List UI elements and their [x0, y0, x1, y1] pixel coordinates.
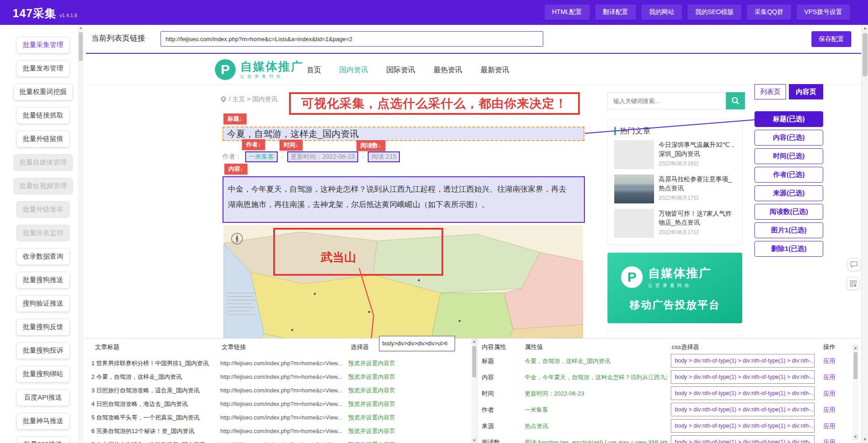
- preview-set-link[interactable]: 预览并设置内容页: [348, 397, 395, 411]
- ad-promo-box[interactable]: P 自媒体推广 让世界看到你 移动广告投放平台: [607, 253, 742, 323]
- sidebar-item[interactable]: 批量搜狗反馈: [16, 319, 70, 335]
- apply-link[interactable]: 应用: [823, 438, 835, 443]
- article-title-picked[interactable]: 今夏，自驾游，这样走_国内资讯: [223, 127, 584, 141]
- article-title-cell: 1 世界男排联赛积分榜！中国男排1_国内资讯: [91, 357, 209, 370]
- preview-set-link[interactable]: 预览并设置内容页: [348, 424, 395, 438]
- sidebar-item[interactable]: 批量采集管理: [16, 37, 70, 53]
- picked-field-button[interactable]: 来源(已选): [754, 185, 823, 201]
- picked-field-button[interactable]: 作者(已选): [754, 167, 823, 183]
- site-search-button[interactable]: [726, 92, 745, 109]
- picked-field-button[interactable]: 内容(已选): [754, 130, 823, 146]
- sidebar-item[interactable]: 批量排名监控: [16, 225, 70, 241]
- scroll-up-icon[interactable]: ▲: [471, 339, 477, 344]
- sidebar-item[interactable]: 批量搜狗绑站: [16, 366, 70, 382]
- picked-field-button[interactable]: 标题(已选): [754, 111, 823, 127]
- sidebar-item[interactable]: 批量神马推送: [16, 413, 70, 429]
- scroll-down-icon[interactable]: ▼: [471, 438, 477, 443]
- save-config-button[interactable]: 保存配置: [811, 31, 851, 47]
- sidebar: 批量采集管理批量发布管理批量权重词挖掘批量链接抓取批量外链留痕批量自媒体管理批量…: [0, 25, 86, 443]
- sidebar-item[interactable]: 批量外链发布: [16, 201, 70, 218]
- table-row: 1 世界男排联赛积分榜！中国男排1_国内资讯http://feijiseo.co…: [86, 357, 470, 370]
- site-nav-item[interactable]: 国际资讯: [386, 66, 415, 75]
- picked-field-button[interactable]: 阅读数(已选): [754, 204, 823, 220]
- site-nav-item[interactable]: 最新资讯: [480, 66, 509, 75]
- top-nav: HTML配置翻译配置我的网站我的SEO模版采集QQ群VPS拨号设置: [545, 5, 850, 20]
- sidebar-item[interactable]: 批量权重词挖掘: [14, 84, 73, 100]
- sidebar-item[interactable]: 收录数据查询: [16, 248, 70, 265]
- site-nav-item[interactable]: 最热资讯: [433, 66, 462, 75]
- site-nav-item[interactable]: 首页: [307, 66, 321, 75]
- scrollbar-thumb[interactable]: [472, 346, 476, 377]
- apply-link[interactable]: 应用: [823, 357, 835, 365]
- topnav-item[interactable]: HTML配置: [545, 5, 590, 20]
- sidebar-item[interactable]: 批量外链留痕: [16, 131, 70, 147]
- topnav-item[interactable]: 采集QQ群: [747, 5, 791, 20]
- col-article-title: 文章标题: [95, 343, 119, 351]
- sidebar-item[interactable]: 批量搜狗推送: [16, 272, 70, 288]
- hot-article-item[interactable]: 高原马拉松参赛注意事项_热点资讯2022年06月17日: [614, 174, 736, 203]
- scrollbar-thumb[interactable]: [863, 33, 868, 76]
- topnav-item[interactable]: VPS拨号设置: [797, 5, 850, 20]
- preview-set-link[interactable]: 预览并设置内容页: [348, 411, 395, 424]
- selector-input[interactable]: [379, 336, 455, 351]
- site-search-input[interactable]: [607, 92, 726, 109]
- sidebar-item[interactable]: 批量360推送: [16, 436, 70, 443]
- scroll-down-icon[interactable]: ▼: [853, 434, 859, 440]
- page-scrollbar[interactable]: ▲ ▼: [861, 25, 868, 443]
- scrollbar-thumb[interactable]: [854, 352, 858, 379]
- sidebar-item[interactable]: 批量自媒体管理: [14, 154, 73, 171]
- sidebar-item[interactable]: 搜狗验证推送: [16, 295, 70, 312]
- attr-table-scrollbar[interactable]: ▲ ▼: [853, 345, 859, 440]
- picked-field-button[interactable]: 图片1(已选): [754, 222, 823, 238]
- preview-set-link[interactable]: 预览并设置内容页: [348, 438, 395, 443]
- sidebar-item[interactable]: 批量链接抓取: [16, 107, 70, 124]
- url-label: 当前列表页链接: [91, 33, 145, 43]
- hot-article-item[interactable]: 今日深圳事气温飙升32℃，深圳_国内资讯2022年06月19日: [614, 140, 736, 169]
- chat-widget-button[interactable]: [848, 258, 860, 271]
- preview-set-link[interactable]: 预览并设置内容页: [348, 357, 395, 370]
- sidebar-item[interactable]: 批量搜狗投诉: [16, 342, 70, 359]
- article-map-image[interactable]: 武当山 神龙架风景区: [223, 225, 583, 338]
- scrollbar-thumb[interactable]: [79, 32, 83, 61]
- topnav-item[interactable]: 我的网站: [641, 5, 682, 20]
- sidebar-scrollbar[interactable]: ▲: [78, 25, 84, 443]
- apply-link[interactable]: 应用: [823, 406, 835, 414]
- preview-set-link[interactable]: 预览并设置内容页: [348, 384, 395, 397]
- hot-article-date: 2022年06月17日: [659, 194, 736, 202]
- author-picked[interactable]: 一米集客: [245, 151, 278, 162]
- topnav-item[interactable]: 翻译配置: [595, 5, 636, 20]
- tab-list-page[interactable]: 列表页: [754, 84, 786, 99]
- time-picked[interactable]: 更新时间：2022-06-23: [287, 151, 359, 162]
- topnav-item[interactable]: 我的SEO模版: [688, 5, 742, 20]
- picked-field-button[interactable]: 时间(已选): [754, 148, 823, 164]
- apply-link[interactable]: 应用: [823, 422, 835, 430]
- scroll-up-icon[interactable]: ▲: [862, 25, 868, 32]
- scroll-up-icon[interactable]: ▲: [78, 25, 84, 31]
- hot-article-item[interactable]: 万物皆可炸！这7家人气炸物店_热点资讯2022年06月17日: [614, 209, 736, 238]
- reads-picked[interactable]: 阅读 215: [368, 151, 400, 162]
- sidebar-item[interactable]: 百度API推送: [16, 389, 70, 406]
- article-content-picked[interactable]: 中金，今年夏天，自驾游，这种走怎样？说到从江西九江起程，透过江西始兴、往湖南张家…: [223, 176, 585, 223]
- scroll-up-icon[interactable]: ▲: [853, 345, 859, 351]
- css-selector-input[interactable]: body > div:nth-of-type(1) > div:nth-of-t…: [671, 386, 815, 400]
- scroll-down-icon[interactable]: ▼: [862, 436, 868, 443]
- css-selector-input[interactable]: body > div:nth-of-type(1) > div:nth-of-t…: [671, 435, 815, 443]
- sidebar-item[interactable]: 批量短视频管理: [14, 178, 73, 194]
- css-selector-input[interactable]: body > div:nth-of-type(1) > div:nth-of-t…: [671, 419, 815, 433]
- css-selector-input[interactable]: body > div:nth-of-type(1) > div:nth-of-t…: [671, 403, 815, 416]
- site-nav-item[interactable]: 国内资讯: [339, 66, 368, 75]
- apply-link[interactable]: 应用: [823, 390, 835, 398]
- picked-field-button[interactable]: 删除1(已选): [754, 241, 823, 257]
- promo-brand: 自媒体推广: [648, 265, 711, 281]
- apply-link[interactable]: 应用: [823, 373, 835, 382]
- hot-articles-header: 热门文章: [614, 126, 650, 136]
- qr-widget-button[interactable]: [847, 277, 859, 290]
- sidebar-item[interactable]: 批量发布管理: [16, 60, 70, 77]
- col-attr-value: 属性值: [525, 343, 543, 351]
- tab-content-page[interactable]: 内容页: [789, 84, 823, 99]
- css-selector-input[interactable]: body > div:nth-of-type(1) > div:nth-of-t…: [671, 354, 815, 368]
- css-selector-input[interactable]: body > div:nth-of-type(1) > div:nth-of-t…: [671, 370, 815, 384]
- preview-set-link[interactable]: 预览并设置内容页: [348, 370, 395, 384]
- list-url-input[interactable]: [161, 31, 543, 47]
- list-table-scrollbar[interactable]: ▲ ▼: [471, 339, 477, 443]
